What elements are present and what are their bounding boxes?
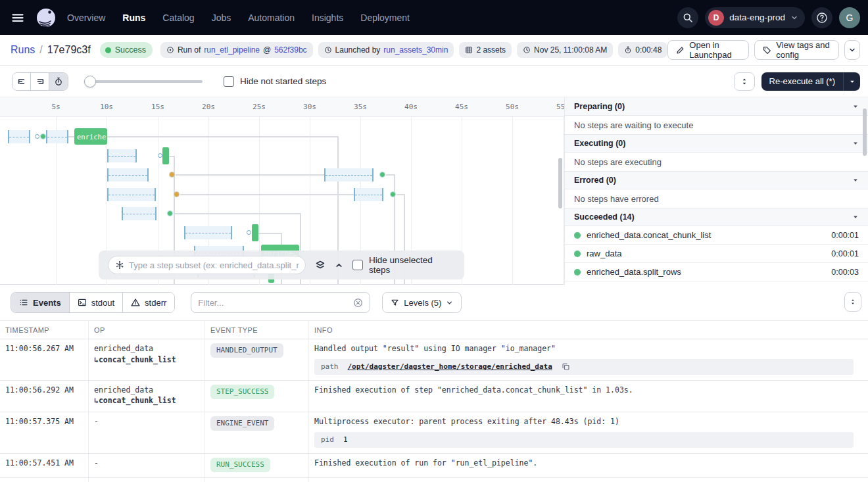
event-info-text: Multiprocess executor: parent process ex… [314, 416, 861, 427]
step-subset-input[interactable] [129, 260, 299, 270]
nav-item-catalog[interactable]: Catalog [162, 12, 194, 23]
step-section-header[interactable]: Errored (0) [565, 171, 868, 189]
run-tag[interactable]: Launched by run_assets_30min [318, 42, 454, 58]
gantt-step-bar[interactable] [252, 224, 258, 241]
filter-field [191, 292, 370, 313]
filter-input[interactable] [198, 298, 353, 308]
event-row[interactable]: 11:00:57.375 AM-ENGINE_EVENTMultiprocess… [0, 412, 868, 454]
step-section-header[interactable]: Executing (0) [565, 134, 868, 153]
event-op: - [89, 412, 205, 453]
levels-filter-button[interactable]: Levels (5) [382, 292, 462, 313]
event-type-cell: ENGINE_EVENT [205, 412, 309, 453]
gantt-waiting-box[interactable] [184, 226, 232, 239]
success-dot-icon [105, 47, 111, 53]
nav-item-automation[interactable]: Automation [248, 12, 295, 23]
event-type-cell: STEP_SUCCESS [205, 381, 309, 412]
event-row[interactable]: 11:00:57.451 AM-RUN_SUCCESSFinished exec… [0, 454, 868, 478]
op-line: enriched_data [94, 385, 198, 396]
hamburger-menu-icon[interactable] [7, 7, 29, 29]
gantt-zoom-slider[interactable] [84, 76, 203, 87]
hide-not-started-checkbox[interactable] [224, 76, 234, 87]
caret-down-icon [852, 177, 859, 183]
step-row[interactable]: raw_data0:00:01 [565, 245, 868, 263]
flatten-view-button[interactable] [12, 73, 31, 90]
events-toolbar: Eventsstdoutstderr Levels (5) [0, 285, 868, 320]
event-op: enriched_data↳concat_chunk_list [89, 339, 205, 380]
view-tags-config-button[interactable]: View tags and config [754, 40, 839, 60]
gantt-chart[interactable]: 5s10s15s20s25s30s35s40s45s50s55s enriche… [0, 97, 564, 285]
help-button[interactable] [811, 7, 832, 28]
copy-icon[interactable] [562, 362, 570, 371]
gantt-time-axis: 5s10s15s20s25s30s35s40s45s50s55s [0, 97, 564, 117]
gantt-connector [174, 213, 301, 214]
run-tag[interactable]: 0:00:48 [618, 42, 667, 58]
gantt-waiting-box[interactable] [324, 168, 374, 181]
caret-updown-icon [740, 77, 748, 86]
event-type-cell: RUN_SUCCESS [205, 454, 309, 477]
gantt-marker-dot [35, 134, 39, 139]
tab-stdout[interactable]: stdout [70, 293, 123, 312]
event-info-text: Finished execution of step "enriched_dat… [314, 385, 861, 396]
event-timestamp: 11:00:56.267 AM [0, 339, 89, 380]
steps-panel-scrollbar[interactable] [863, 108, 867, 156]
step-row[interactable]: enriched_data.split_rows0:00:03 [565, 263, 868, 281]
search-button[interactable] [677, 7, 698, 28]
gantt-waiting-box[interactable] [354, 188, 383, 201]
breadcrumb-runs-link[interactable]: Runs [11, 44, 35, 56]
event-row[interactable]: 11:00:56.267 AMenriched_data↳concat_chun… [0, 339, 868, 381]
col-timestamp: TIMESTAMP [0, 321, 89, 339]
gantt-step-bar[interactable] [162, 147, 169, 164]
nav-item-deployment[interactable]: Deployment [360, 12, 410, 23]
workspace-switcher[interactable]: D data-eng-prod [705, 7, 805, 28]
clear-filter-icon[interactable] [353, 298, 363, 308]
run-icon [166, 46, 174, 54]
run-tag[interactable]: Run of run_etl_pipeline @ 562f39bc [160, 42, 313, 58]
events-expand-button[interactable] [844, 292, 861, 312]
layers-icon[interactable] [315, 260, 326, 270]
gantt-step-bar[interactable]: enriche. [74, 128, 107, 145]
nav-item-insights[interactable]: Insights [312, 12, 343, 23]
open-in-launchpad-button[interactable]: Open in Launchpad [667, 40, 749, 60]
gantt-scrollbar[interactable] [558, 158, 562, 208]
event-row[interactable]: 11:00:56.292 AMenriched_data↳concat_chun… [0, 381, 868, 412]
gantt-success-dot [390, 191, 396, 197]
nav-item-overview[interactable]: Overview [67, 12, 105, 23]
timed-view-button[interactable] [49, 73, 68, 90]
gantt-waiting-box[interactable] [8, 130, 30, 143]
tab-events[interactable]: Events [11, 293, 70, 312]
step-row[interactable]: enriched_data.concat_chunk_list0:00:01 [565, 226, 868, 245]
user-avatar[interactable]: G [839, 7, 860, 28]
gantt-waiting-box[interactable] [107, 188, 156, 201]
levels-label: Levels (5) [404, 298, 441, 308]
metadata-key: pid [321, 435, 334, 445]
event-metadata: pid1 [314, 432, 854, 448]
metadata-path-link[interactable]: /opt/dagster/dagster_home/storage/enrich… [348, 362, 552, 372]
nav-item-jobs[interactable]: Jobs [212, 12, 231, 23]
gantt-axis-tick: 35s [354, 103, 367, 111]
reexecute-options-button[interactable] [843, 72, 860, 91]
hide-unselected-label: Hide unselected steps [369, 255, 455, 275]
events-tabs: Eventsstdoutstderr [11, 292, 175, 313]
step-section-header[interactable]: Succeeded (14) [565, 208, 868, 226]
reexecute-all-button[interactable]: Re-execute all (*) [761, 72, 860, 91]
metadata-value: 1 [343, 435, 348, 445]
slider-handle[interactable] [84, 76, 96, 87]
event-op: - [89, 478, 205, 482]
hide-unselected-checkbox[interactable] [352, 260, 363, 270]
caret-down-icon [852, 140, 859, 147]
run-tag[interactable]: Nov 25, 11:00:08 AM [517, 42, 613, 58]
tab-stderr[interactable]: stderr [123, 293, 174, 312]
pencil-icon [676, 46, 685, 55]
step-section-header[interactable]: Preparing (0) [565, 97, 868, 116]
nav-item-runs[interactable]: Runs [122, 12, 145, 23]
gantt-waiting-box[interactable] [107, 168, 149, 181]
event-row[interactable]: 11:00:57.489 AM-ENGINE_EVENTProcess for … [0, 478, 868, 482]
more-actions-button[interactable] [844, 40, 860, 60]
chevron-up-icon[interactable] [335, 261, 343, 270]
run-tag[interactable]: 2 assets [459, 42, 512, 58]
gantt-waiting-box[interactable] [46, 130, 68, 143]
gantt-waiting-box[interactable] [107, 149, 137, 162]
waterfall-view-button[interactable] [31, 73, 49, 90]
expand-collapse-button[interactable] [734, 72, 755, 91]
gantt-waiting-box[interactable] [122, 207, 157, 220]
